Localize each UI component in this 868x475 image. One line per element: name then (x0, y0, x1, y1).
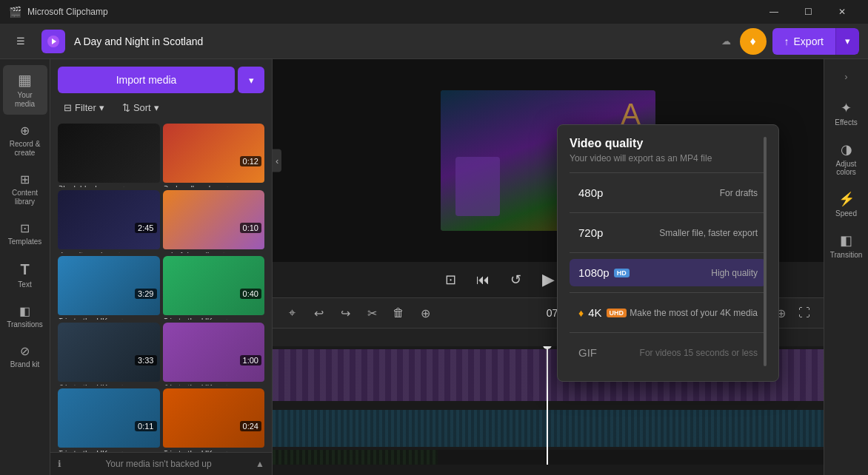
quality-option-480p[interactable]: 480p For drafts (570, 179, 767, 206)
sidebar-item-transitions[interactable]: ◧ Transitions (3, 298, 47, 335)
thumb-label-3: Keep it moving ✓ (58, 249, 160, 254)
crop-button[interactable]: ⊡ (438, 268, 462, 292)
effects-icon: ✦ (841, 100, 852, 116)
delete-button[interactable]: 🗑 (388, 303, 409, 323)
close-button[interactable]: ✕ (825, 0, 859, 24)
effects-button[interactable]: ✦ Effects (826, 94, 867, 132)
cloud-save-icon[interactable]: ☁ (721, 36, 731, 47)
media-thumb-3[interactable]: 2:45 Keep it moving ✓ (58, 190, 160, 254)
playhead[interactable] (547, 346, 548, 465)
adjust-colors-label: Adjust colors (829, 160, 864, 176)
sidebar-item-label-text: Text (18, 280, 31, 289)
redo-button[interactable]: ↪ (335, 303, 355, 323)
export-dropdown-button[interactable]: ▾ (835, 28, 859, 55)
quality-option-4k[interactable]: ♦4KUHD Make the most of your 4K media (570, 299, 767, 326)
media-thumb-2[interactable]: 0:12 Red, yellow, b... ✓ (163, 124, 265, 187)
rewind-button[interactable]: ↺ (504, 268, 527, 292)
quality-option-1080p[interactable]: 1080pHD High quality (570, 259, 767, 286)
copy-button[interactable]: ⊕ (415, 303, 435, 323)
thumb-bg-8: 1:00 (163, 323, 265, 382)
quality-subtitle: Your video will export as an MP4 file (570, 153, 767, 164)
thumb-bg-10: 0:24 (163, 388, 265, 448)
transitions-icon: ◧ (19, 304, 30, 318)
thumb-duration-4: 0:10 (240, 223, 261, 233)
quality-option-720p[interactable]: 720p Smaller file, faster export (570, 219, 767, 246)
cursor-tool-button[interactable]: ⌖ (281, 303, 302, 323)
thumb-bg-1 (58, 124, 160, 183)
project-title: A Day and Night in Scotland (74, 36, 712, 47)
appbar: ☰ A Day and Night in Scotland ☁ ♦ ↑ Expo… (0, 24, 868, 59)
record-icon: ⊕ (20, 124, 30, 138)
sidebar-item-label-your-media: Your media (7, 91, 43, 109)
chevron-down-icon: ▾ (249, 75, 254, 86)
sidebar-item-text[interactable]: T Text (3, 255, 47, 295)
media-thumb-6[interactable]: 0:40 Trip to the UK... ✓ (163, 256, 265, 320)
thumb-bg-2: 0:12 (163, 124, 265, 183)
skip-back-button[interactable]: ⏮ (471, 268, 495, 292)
thumb-check-4: ✓ (219, 251, 225, 253)
media-backup-bar: ℹ Your media isn't backed up ▲ (50, 452, 272, 475)
media-thumb-7[interactable]: 3:33 Trip to the UK... ✓ (58, 323, 160, 386)
minimize-button[interactable]: — (757, 0, 791, 24)
media-thumb-9[interactable]: 0:11 Trip to the UK... ✓ (58, 388, 160, 452)
quality-label-4k: 4K (588, 306, 601, 319)
info-icon: ℹ (58, 459, 61, 469)
track-gap (273, 404, 824, 410)
sidebar-item-brand-kit[interactable]: ⊘ Brand kit (3, 338, 47, 375)
sidebar-item-label-content: Content library (7, 189, 43, 206)
sidebar-item-content-library[interactable]: ⊞ Content library (3, 166, 47, 212)
chevron-down-icon: ▾ (845, 36, 850, 47)
secondary-audio-fill (273, 450, 438, 465)
secondary-audio-track (273, 450, 824, 465)
quality-options-list: 480p For drafts 720p Smaller file, faste… (570, 179, 767, 366)
thumb-label-1: Black block co... ✓ (58, 183, 160, 187)
sidebar-item-label-transitions: Transitions (7, 320, 43, 329)
adjust-colors-button[interactable]: ◑ Adjust colors (826, 135, 867, 182)
thumb-label-2: Red, yellow, b... ✓ (163, 183, 265, 187)
media-thumb-4[interactable]: 0:10 colorful gradi... ✓ (163, 190, 265, 254)
sidebar-item-your-media[interactable]: ▦ Your media (3, 65, 47, 115)
diamond-icon: ♦ (750, 35, 755, 48)
filter-sort-row: ⊟ Filter ▾ ⇅ Sort ▾ (58, 99, 264, 116)
titlebar: 🎬 Microsoft Clipchamp — ☐ ✕ (0, 0, 868, 24)
center-area: ‹ A ⊡ ⏮ ↺ ▶ ↻ ⏭ ⛶ (273, 59, 824, 475)
cut-button[interactable]: ✂ (361, 303, 382, 323)
sort-chevron-icon: ▾ (154, 102, 159, 113)
quality-name-720p: 720p (578, 226, 603, 239)
filter-button[interactable]: ⊟ Filter ▾ (58, 99, 110, 116)
audio-track (273, 410, 824, 447)
export-button[interactable]: ↑ Export (772, 28, 835, 55)
app-logo (41, 30, 65, 53)
import-dropdown-button[interactable]: ▾ (238, 67, 264, 93)
thumb-check-6: ✓ (222, 317, 228, 320)
sort-button[interactable]: ⇅ Sort ▾ (116, 99, 165, 116)
media-thumb-8[interactable]: 1:00 Trip to the UK... ✓ (163, 323, 265, 386)
thumb-label-8: Trip to the UK... ✓ (163, 382, 265, 386)
panel-collapse-button[interactable]: ‹ (273, 149, 281, 172)
collapse-icon[interactable]: ▲ (256, 459, 264, 469)
undo-button[interactable]: ↩ (308, 303, 329, 323)
thumb-label-4: colorful gradi... ✓ (163, 249, 265, 254)
media-thumb-5[interactable]: 3:29 Trip to the UK... ✓ (58, 256, 160, 320)
fit-view-button[interactable]: ⛶ (794, 303, 815, 323)
sidebar-item-label-record: Record & create (7, 140, 43, 158)
media-thumb-1[interactable]: Black block co... ✓ (58, 124, 160, 187)
quality-name-1080p: 1080pHD (578, 266, 630, 279)
transition-button[interactable]: ◧ Transition (826, 226, 867, 265)
thumb-check-7: ✓ (118, 383, 124, 385)
thumb-check-1: ✓ (119, 185, 125, 187)
right-collapse-button[interactable]: › (826, 65, 867, 88)
transition-label: Transition (830, 251, 863, 259)
divider-after-1080p (570, 292, 767, 293)
sidebar-item-templates[interactable]: ⊡ Templates (3, 215, 47, 252)
media-thumb-10[interactable]: 0:24 Trip to the UK... ✓ (163, 388, 265, 452)
maximize-button[interactable]: ☐ (791, 0, 825, 24)
sidebar-item-record-create[interactable]: ⊕ Record & create (3, 118, 47, 164)
media-grid: Black block co... ✓ 0:12 Red, yellow, b.… (50, 124, 272, 452)
premium-button[interactable]: ♦ (740, 28, 767, 55)
menu-button[interactable]: ☰ (9, 30, 33, 53)
audio-track-fill (273, 410, 824, 447)
text-icon: T (20, 261, 29, 278)
import-media-button[interactable]: Import media (58, 67, 235, 93)
speed-button[interactable]: ⚡ Speed (826, 185, 867, 223)
